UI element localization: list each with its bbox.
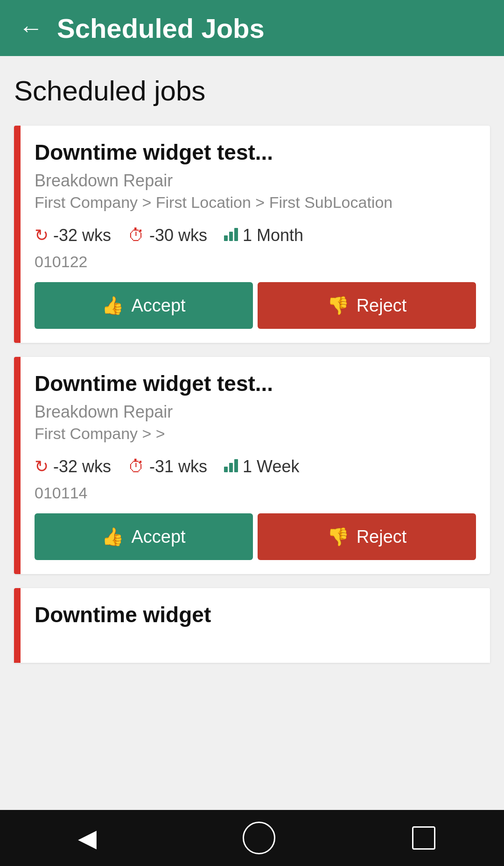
header-title: Scheduled Jobs: [57, 13, 265, 44]
app-header: ← Scheduled Jobs: [0, 0, 504, 56]
back-icon[interactable]: ←: [19, 16, 43, 40]
card-accent-1: [14, 126, 21, 343]
reject-label-2: Reject: [357, 527, 407, 547]
job-stats-1: ↻ -32 wks ⏱ -30 wks 1 Month: [35, 226, 476, 245]
thumbs-down-icon-1: 👎: [327, 295, 349, 316]
recurrence-value-1: -32 wks: [53, 226, 111, 245]
stat-recurrence-1: ↻ -32 wks: [35, 226, 111, 245]
page-content: Scheduled jobs Downtime widget test... B…: [0, 56, 504, 681]
job-location-2: First Company > >: [35, 425, 476, 443]
thumbs-up-icon-2: 👍: [102, 526, 124, 547]
job-type-2: Breakdown Repair: [35, 402, 476, 422]
job-card-1: Downtime widget test... Breakdown Repair…: [14, 126, 490, 343]
bottom-nav-bar: ◀: [0, 810, 504, 866]
card-body-1: Downtime widget test... Breakdown Repair…: [21, 126, 490, 343]
job-title-2: Downtime widget test...: [35, 371, 476, 397]
job-code-1: 010122: [35, 253, 476, 271]
bar-icon-1: [224, 226, 238, 245]
card-body-2: Downtime widget test... Breakdown Repair…: [21, 357, 490, 574]
accept-label-1: Accept: [131, 296, 185, 316]
job-card-2: Downtime widget test... Breakdown Repair…: [14, 357, 490, 574]
thumbs-down-icon-2: 👎: [327, 526, 349, 547]
accept-button-2[interactable]: 👍 Accept: [35, 513, 253, 560]
page-heading: Scheduled jobs: [14, 75, 490, 107]
job-title-3: Downtime widget: [35, 602, 476, 628]
job-stats-2: ↻ -32 wks ⏱ -31 wks 1 Week: [35, 457, 476, 476]
reject-label-1: Reject: [357, 296, 407, 316]
refresh-icon-2: ↻: [35, 457, 49, 476]
job-location-1: First Company > First Location > First S…: [35, 193, 476, 212]
reject-button-2[interactable]: 👎 Reject: [258, 513, 476, 560]
card-accent-3: [14, 588, 21, 663]
back-triangle-icon: ◀: [78, 824, 97, 852]
job-type-1: Breakdown Repair: [35, 171, 476, 191]
reject-button-1[interactable]: 👎 Reject: [258, 282, 476, 329]
due-value-1: -30 wks: [149, 226, 207, 245]
nav-recent-button[interactable]: [412, 826, 435, 850]
accept-button-1[interactable]: 👍 Accept: [35, 282, 253, 329]
job-card-3: Downtime widget: [14, 588, 490, 663]
nav-home-button[interactable]: [243, 822, 275, 854]
stat-frequency-1: 1 Month: [224, 226, 303, 245]
stat-due-2: ⏱ -31 wks: [128, 457, 207, 476]
stat-recurrence-2: ↻ -32 wks: [35, 457, 111, 476]
job-actions-1: 👍 Accept 👎 Reject: [35, 282, 476, 329]
nav-back-button[interactable]: ◀: [69, 819, 106, 857]
frequency-value-2: 1 Week: [243, 457, 299, 476]
clock-icon-1: ⏱: [128, 226, 145, 245]
due-value-2: -31 wks: [149, 457, 207, 476]
bar-icon-2: [224, 457, 238, 476]
recurrence-value-2: -32 wks: [53, 457, 111, 476]
clock-icon-2: ⏱: [128, 457, 145, 476]
thumbs-up-icon-1: 👍: [102, 295, 124, 316]
accept-label-2: Accept: [131, 527, 185, 547]
job-actions-2: 👍 Accept 👎 Reject: [35, 513, 476, 560]
card-accent-2: [14, 357, 21, 574]
card-body-3: Downtime widget: [21, 588, 490, 663]
job-code-2: 010114: [35, 484, 476, 502]
stat-due-1: ⏱ -30 wks: [128, 226, 207, 245]
refresh-icon-1: ↻: [35, 226, 49, 245]
frequency-value-1: 1 Month: [243, 226, 303, 245]
stat-frequency-2: 1 Week: [224, 457, 299, 476]
job-title-1: Downtime widget test...: [35, 140, 476, 165]
